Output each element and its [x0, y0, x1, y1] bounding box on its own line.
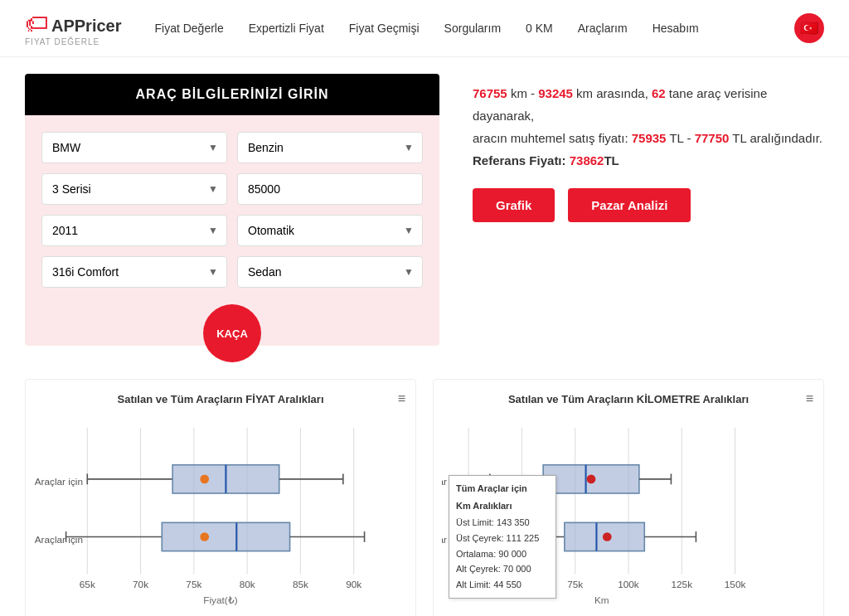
fuel-select[interactable]: Benzin Dizel LPG — [238, 133, 422, 162]
km-chart-menu-icon[interactable]: ≡ — [806, 391, 813, 406]
svg-text:125k: 125k — [672, 579, 693, 589]
svg-point-21 — [200, 474, 209, 483]
km-start: 76755 — [473, 86, 507, 100]
year-select-wrap[interactable]: 2011 2012 2013 ▼ — [41, 215, 227, 246]
flag-icon: 🇹🇷 — [800, 19, 818, 37]
svg-text:65k: 65k — [80, 579, 95, 589]
count: 62 — [652, 86, 666, 100]
ref-price: 73862 — [570, 153, 604, 167]
svg-text:Km: Km — [594, 594, 609, 605]
body-select-wrap[interactable]: Sedan Hatchback ▼ — [237, 256, 423, 288]
svg-text:80k: 80k — [240, 579, 255, 589]
svg-rect-24 — [162, 522, 289, 551]
model-select-wrap[interactable]: 316i Comfort 320i ▼ — [41, 256, 227, 288]
svg-text:Fiyat(₺): Fiyat(₺) — [203, 594, 237, 605]
form-results-row: ARAÇ BİLGİLERİNİZİ GİRİN BMW Mercedes Au… — [25, 74, 824, 346]
tl2: TL aralığındadır. — [732, 131, 822, 145]
flag-button[interactable]: 🇹🇷 — [794, 13, 824, 43]
fuel-select-wrap[interactable]: Benzin Dizel LPG ▼ — [237, 132, 423, 163]
price-low: 75935 — [632, 131, 667, 145]
price-high: 77750 — [695, 131, 730, 145]
svg-text:Tüm Araçlar için: Tüm Araçlar için — [442, 534, 464, 545]
nav-expertizli[interactable]: Expertizli Fiyat — [249, 22, 324, 35]
km-end: 93245 — [538, 86, 573, 100]
svg-point-28 — [200, 532, 209, 541]
nav-0km[interactable]: 0 KM — [526, 22, 553, 35]
price-chart: Satılan ve Tüm Araçların FİYAT Aralıklar… — [25, 379, 416, 616]
km-between: km arasında, — [576, 86, 648, 100]
main-content: ARAÇ BİLGİLERİNİZİ GİRİN BMW Mercedes Au… — [0, 57, 849, 616]
km-chart-svg: Satılan Araçlar için Tüm Araçlar için 25… — [442, 419, 815, 614]
svg-text:50k: 50k — [514, 579, 530, 589]
brand-select[interactable]: BMW Mercedes Audi — [42, 133, 226, 162]
svg-point-57 — [603, 532, 612, 541]
form-panel: ARAÇ BİLGİLERİNİZİ GİRİN BMW Mercedes Au… — [25, 74, 439, 346]
ref-label: Referans Fiyatı: — [473, 153, 566, 167]
price-label: aracın muhtemel satış fiyatı: — [473, 131, 628, 145]
ref-currency: TL — [604, 153, 619, 167]
nav-hesabim[interactable]: Hesabım — [653, 22, 699, 35]
pazar-analizi-button[interactable]: Pazar Analizi — [568, 188, 691, 222]
svg-text:100k: 100k — [618, 579, 639, 589]
price-chart-title: Satılan ve Tüm Araçların FİYAT Aralıklar… — [34, 393, 407, 405]
tl1: TL - — [669, 131, 691, 145]
price-chart-menu-icon[interactable]: ≡ — [398, 391, 405, 406]
form-grid: BMW Mercedes Audi ▼ Benzin Dizel LPG ▼ — [25, 115, 439, 304]
transmission-select[interactable]: Otomatik Manuel — [238, 216, 422, 245]
series-select-wrap[interactable]: 3 Serisi 5 Serisi ▼ — [41, 173, 227, 205]
nav: Fiyat Değerle Expertizli Fiyat Fiyat Geç… — [155, 22, 795, 35]
charts-row: Satılan ve Tüm Araçların FİYAT Aralıklar… — [25, 379, 824, 616]
action-buttons: Grafik Pazar Analizi — [473, 188, 824, 222]
transmission-select-wrap[interactable]: Otomatik Manuel ▼ — [237, 215, 423, 246]
svg-text:85k: 85k — [293, 579, 308, 589]
year-select[interactable]: 2011 2012 2013 — [42, 216, 226, 245]
svg-text:70k: 70k — [133, 579, 148, 589]
header: 🏷 APPricer FIYAT DEĞERLE Fiyat Değerle E… — [0, 0, 849, 57]
logo-sub: FIYAT DEĞERLE — [25, 37, 122, 46]
svg-text:75k: 75k — [186, 579, 201, 589]
logo-area: 🏷 APPricer FIYAT DEĞERLE — [25, 10, 122, 46]
result-text: 76755 km - 93245 km arasında, 62 tane ar… — [473, 82, 824, 172]
price-chart-svg: Satılan Araçlar için Tüm Araçlar için 65… — [34, 419, 407, 614]
svg-text:25k: 25k — [461, 579, 477, 589]
logo-icon: 🏷 — [25, 10, 48, 37]
brand-select-wrap[interactable]: BMW Mercedes Audi ▼ — [41, 132, 227, 163]
form-header: ARAÇ BİLGİLERİNİZİ GİRİN — [25, 74, 439, 115]
svg-point-50 — [587, 474, 596, 483]
body-select[interactable]: Sedan Hatchback — [238, 257, 422, 287]
nav-araclarim[interactable]: Araçlarım — [578, 22, 628, 35]
grafik-button[interactable]: Grafik — [473, 188, 555, 222]
km-chart: Satılan ve Tüm Araçların KİLOMETRE Aralı… — [433, 379, 824, 616]
nav-sorgularim[interactable]: Sorgularım — [444, 22, 501, 35]
model-select[interactable]: 316i Comfort 320i — [42, 257, 226, 287]
kaca-button[interactable]: KAÇA — [203, 304, 261, 362]
svg-text:75k: 75k — [567, 579, 583, 589]
svg-text:150k: 150k — [725, 579, 746, 589]
svg-text:Tüm Araçlar için: Tüm Araçlar için — [34, 534, 83, 545]
svg-text:90k: 90k — [346, 579, 361, 589]
svg-text:Satılan Araçlar için: Satılan Araçlar için — [34, 476, 83, 487]
nav-fiyat-gecmisi[interactable]: Fiyat Geçmişi — [349, 22, 420, 35]
mileage-input[interactable] — [237, 173, 423, 205]
km-dash: km - — [511, 86, 538, 100]
series-select[interactable]: 3 Serisi 5 Serisi — [42, 174, 226, 204]
logo-title: APPricer — [51, 17, 122, 36]
km-chart-title: Satılan ve Tüm Araçların KİLOMETRE Aralı… — [442, 393, 815, 405]
svg-text:Satılan Araçlar için: Satılan Araçlar için — [442, 476, 464, 487]
results-panel: 76755 km - 93245 km arasında, 62 tane ar… — [473, 74, 824, 222]
nav-fiyat-degerle[interactable]: Fiyat Değerle — [155, 22, 224, 35]
